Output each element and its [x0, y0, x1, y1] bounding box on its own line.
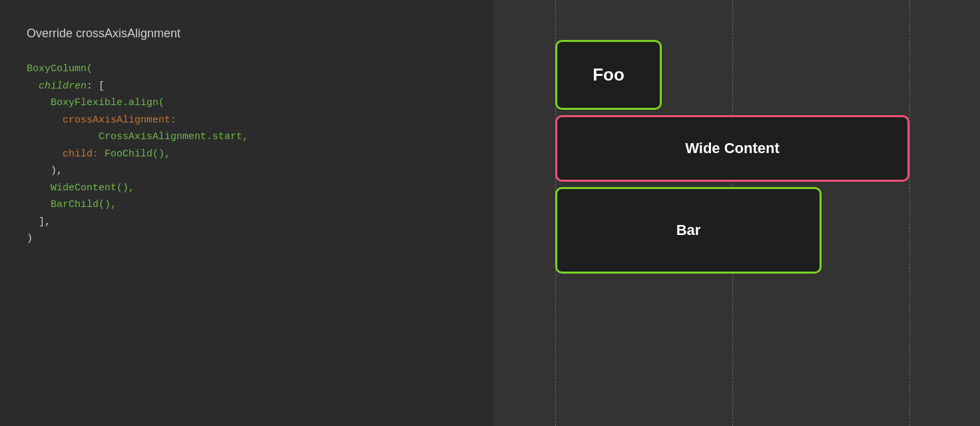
code-token: ) — [27, 233, 33, 244]
bar-label: Bar — [676, 222, 701, 239]
code-token: BarChild(), — [51, 199, 117, 210]
code-indent — [27, 165, 51, 176]
code-line-2: children: [ — [27, 78, 466, 95]
code-token: ], — [39, 216, 51, 228]
code-token: children — [39, 81, 87, 92]
code-line-6: child: FooChild(), — [27, 146, 466, 163]
code-token: CrossAxisAlignment.start, — [99, 131, 248, 142]
code-indent — [27, 216, 39, 228]
foo-box: Foo — [555, 40, 662, 110]
code-block: BoxyColumn( children: [ BoxyFlexible.ali… — [27, 61, 466, 248]
code-indent — [27, 131, 99, 142]
guide-line-3 — [909, 0, 910, 426]
code-line-4: crossAxisAlignment: — [27, 112, 466, 129]
code-indent — [27, 114, 63, 126]
code-indent — [27, 97, 51, 108]
right-panel: Foo Wide Content Bar — [493, 0, 980, 426]
page-heading: Override crossAxisAlignment — [27, 27, 466, 41]
left-panel: Override crossAxisAlignment BoxyColumn( … — [0, 0, 493, 426]
code-line-5: CrossAxisAlignment.start, — [27, 128, 466, 146]
code-token: child: — [63, 148, 99, 160]
code-line-3: BoxyFlexible.align( — [27, 95, 466, 112]
code-line-7: ), — [27, 162, 466, 180]
code-line-10: ], — [27, 214, 466, 231]
foo-label: Foo — [593, 65, 624, 85]
code-line-8: WideContent(), — [27, 180, 466, 197]
code-line-11: ) — [27, 230, 466, 248]
code-line-1: BoxyColumn( — [27, 61, 466, 78]
code-token: WideContent(), — [51, 182, 134, 194]
bar-box: Bar — [555, 187, 822, 274]
code-indent — [27, 199, 51, 210]
code-token: BoxyFlexible.align( — [51, 97, 164, 108]
code-indent — [27, 81, 39, 92]
layout-area: Foo Wide Content Bar — [555, 40, 909, 274]
code-token: : [ — [87, 81, 105, 92]
code-token: FooChild(), — [99, 148, 170, 160]
code-line-9: BarChild(), — [27, 196, 466, 214]
wide-content-box: Wide Content — [555, 115, 909, 182]
wide-label: Wide Content — [685, 140, 780, 157]
code-token: ), — [51, 165, 63, 176]
code-token: BoxyColumn( — [27, 63, 93, 75]
code-indent — [27, 182, 51, 194]
code-token: crossAxisAlignment: — [63, 114, 176, 126]
code-indent — [27, 148, 63, 160]
